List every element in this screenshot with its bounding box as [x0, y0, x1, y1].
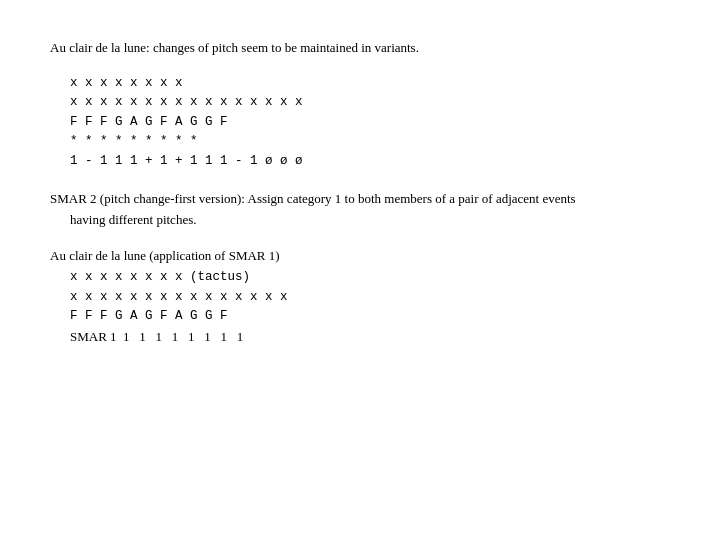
- intro-text: Au clair de la lune: changes of pitch se…: [50, 40, 670, 56]
- app-smar-row: SMAR 1 1 1 1 1 1 1 1 1: [70, 327, 670, 347]
- app-row3: F F F G A G F A G G F: [70, 307, 670, 326]
- application-intro: Au clair de la lune (application of SMAR…: [50, 248, 670, 264]
- notation-row2: x x x x x x x x x x x x x x x x: [70, 93, 670, 112]
- application-block: Au clair de la lune (application of SMAR…: [50, 248, 670, 346]
- smar-desc2: having different pitches.: [70, 212, 196, 227]
- notation-row4: * * * * * * * * *: [70, 132, 670, 151]
- app-row2: x x x x x x x x x x x x x x x: [70, 288, 670, 307]
- notation-block: x x x x x x x x x x x x x x x x x x x x …: [70, 74, 670, 171]
- notation-row3: F F F G A G F A G G F: [70, 113, 670, 132]
- notation-row1: x x x x x x x x: [70, 74, 670, 93]
- smar-description: SMAR 2 (pitch change-first version): Ass…: [50, 189, 670, 231]
- application-notation: x x x x x x x x (tactus) x x x x x x x x…: [70, 268, 670, 346]
- smar-label: SMAR 2 (pitch change-first version):: [50, 191, 245, 206]
- app-row1: x x x x x x x x (tactus): [70, 268, 670, 287]
- smar-desc1: Assign category 1 to both members of a p…: [245, 191, 576, 206]
- notation-row5: 1 - 1 1 1 + 1 + 1 1 1 - 1 ø ø ø: [70, 152, 670, 171]
- app-smar-label: SMAR 1 1 1 1 1 1 1 1 1: [70, 327, 243, 347]
